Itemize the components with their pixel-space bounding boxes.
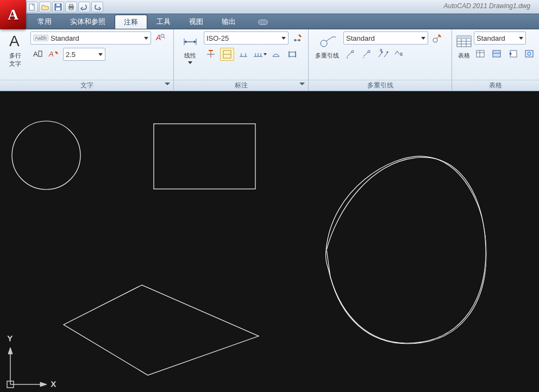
- dim-linear-button[interactable]: 线性: [177, 31, 203, 69]
- svg-rect-62: [493, 50, 500, 57]
- svg-rect-5: [70, 4, 73, 6]
- leader-style-select[interactable]: Standard: [343, 31, 428, 45]
- mtext-icon: A: [7, 33, 24, 50]
- table-icon: [455, 33, 473, 50]
- dropdown-icon: [188, 61, 192, 64]
- leader-btn-4[interactable]: 8: [392, 48, 406, 61]
- table-btn-3[interactable]: [506, 48, 521, 61]
- style-preview-badge: AaBb: [33, 35, 48, 41]
- svg-point-47: [387, 52, 388, 53]
- table-style-select[interactable]: Standard: [474, 31, 526, 45]
- dim-style-value: ISO-25: [206, 34, 229, 42]
- ucs-icon: Y X: [7, 334, 56, 388]
- qat-open-icon[interactable]: [39, 2, 51, 12]
- text-style-value: Standard: [51, 34, 79, 42]
- svg-rect-58: [457, 36, 471, 39]
- panel-text: A 多行 文字 AaBb Standard A A: [0, 29, 174, 91]
- tab-output[interactable]: 输出: [212, 14, 245, 29]
- tab-view[interactable]: 视图: [180, 14, 212, 29]
- panel-table-title[interactable]: 表格: [452, 80, 539, 91]
- dim-btn-2[interactable]: [220, 48, 234, 61]
- text-tool-b[interactable]: A: [47, 48, 61, 61]
- svg-marker-68: [8, 347, 12, 354]
- panel-table: 表格 Standard 表格: [452, 29, 539, 91]
- expand-icon: [165, 83, 170, 85]
- dim-btn-5[interactable]: [269, 48, 283, 61]
- qat-new-icon[interactable]: [26, 2, 38, 12]
- qat-redo-icon[interactable]: [91, 2, 103, 12]
- svg-rect-19: [209, 50, 213, 51]
- tab-tools[interactable]: 工具: [147, 14, 180, 29]
- dim-btn-4[interactable]: [253, 48, 267, 61]
- canvas-content: Y X: [0, 91, 539, 392]
- table-btn-1[interactable]: [474, 48, 488, 61]
- app-letter: A: [8, 6, 18, 23]
- dim-update-button[interactable]: [291, 31, 305, 45]
- svg-rect-12: [39, 51, 42, 56]
- shape-circle: [12, 121, 80, 189]
- window-title: AutoCAD 2011 Drawing1.dwg: [444, 2, 530, 10]
- svg-rect-30: [289, 52, 296, 56]
- table-style-value: Standard: [477, 34, 505, 42]
- panel-leader-title[interactable]: 多重引线: [309, 80, 452, 91]
- svg-text:A: A: [155, 33, 161, 42]
- leader-edit-button[interactable]: [430, 31, 444, 45]
- svg-rect-3: [56, 8, 60, 10]
- text-height-value: 2.5: [66, 50, 76, 59]
- svg-rect-6: [70, 8, 73, 10]
- find-text-button[interactable]: A: [153, 31, 167, 45]
- mleader-icon: [318, 33, 336, 50]
- qat-undo-icon[interactable]: [78, 2, 90, 12]
- svg-rect-59: [477, 50, 484, 57]
- text-tool-a[interactable]: A: [30, 48, 45, 61]
- dim-style-select[interactable]: ISO-25: [204, 31, 289, 45]
- svg-text:8: 8: [380, 49, 383, 53]
- leader-btn-1[interactable]: +: [343, 48, 358, 61]
- tab-annotate[interactable]: 注释: [115, 15, 147, 29]
- panel-dimension: 线性 ISO-25: [174, 29, 309, 91]
- svg-text:−: −: [362, 56, 365, 60]
- qat-save-icon[interactable]: [52, 2, 64, 12]
- table-btn-2[interactable]: [490, 48, 504, 61]
- text-height-select[interactable]: 2.5: [63, 48, 105, 61]
- leader-btn-3[interactable]: 8: [376, 48, 390, 61]
- mtext-label: 多行 文字: [9, 52, 21, 68]
- svg-text:A: A: [33, 50, 38, 58]
- app-menu-button[interactable]: A: [0, 0, 26, 29]
- svg-point-42: [368, 50, 370, 53]
- svg-rect-0: [29, 4, 34, 10]
- panel-text-title[interactable]: 文字: [0, 80, 173, 91]
- text-style-select[interactable]: AaBb Standard: [30, 31, 151, 45]
- tab-home[interactable]: 常用: [28, 14, 61, 29]
- svg-text:Y: Y: [8, 334, 12, 343]
- qat-print-icon[interactable]: [65, 2, 77, 12]
- svg-line-49: [395, 51, 397, 54]
- svg-line-10: [164, 37, 165, 39]
- drawing-canvas[interactable]: Y X: [0, 91, 539, 392]
- svg-text:X: X: [51, 380, 56, 388]
- svg-rect-2: [57, 4, 60, 6]
- svg-line-34: [326, 37, 333, 41]
- table-btn-4[interactable]: [523, 48, 537, 61]
- tab-cycle-button[interactable]: [258, 20, 268, 25]
- table-button[interactable]: 表格: [455, 31, 473, 69]
- svg-text:A: A: [48, 50, 54, 58]
- svg-point-36: [433, 38, 437, 42]
- mleader-button[interactable]: 多重引线: [312, 31, 342, 69]
- dim-btn-6[interactable]: [285, 48, 299, 61]
- leader-btn-2[interactable]: −: [360, 48, 374, 61]
- svg-line-50: [397, 51, 399, 54]
- shape-rectangle: [154, 124, 255, 189]
- svg-point-39: [352, 50, 354, 53]
- mleader-label: 多重引线: [315, 52, 339, 60]
- mtext-button[interactable]: A 多行 文字: [3, 31, 27, 69]
- panel-leader: 多重引线 Standard + − 8 8: [309, 29, 452, 91]
- title-bar: AutoCAD 2011 Drawing1.dwg: [0, 0, 539, 14]
- dim-btn-1[interactable]: [204, 48, 218, 61]
- panel-dim-title[interactable]: 标注: [174, 80, 308, 91]
- svg-text:A: A: [9, 33, 20, 49]
- svg-text:8: 8: [400, 52, 403, 57]
- svg-line-44: [379, 53, 382, 57]
- tab-solid[interactable]: 实体和参照: [61, 14, 115, 29]
- dim-btn-3[interactable]: [236, 48, 250, 61]
